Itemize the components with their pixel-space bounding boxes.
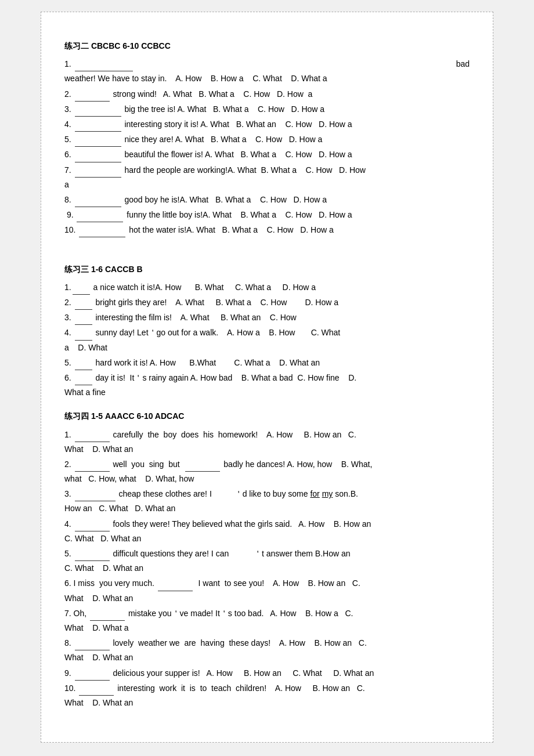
q4-5: 5. difficult questions they are! I can ＇… <box>64 547 470 576</box>
q4-1: 1. carefully the boy does his homework! … <box>64 428 470 457</box>
q4-10: 10. interesting work it is to teach chil… <box>64 681 470 710</box>
q3-5: 5. hard work it is! A. How B.What C. Wha… <box>64 356 470 370</box>
q2-6: 6. beautiful the flower is! A. What B. W… <box>64 147 470 162</box>
q4-7: 7. Oh, mistake you＇ve made! It＇s too bad… <box>64 606 470 635</box>
q2-1: 1. bad weather! We have to stay in. A. H… <box>64 57 470 86</box>
q4-3: 3. cheap these clothes are! I ＇d like to… <box>64 487 470 516</box>
page-container: 练习二 CBCBC 6-10 CCBCC 1. bad weather! We … <box>41 12 493 743</box>
q3-4: 4. sunny day! Let＇go out for a walk. A. … <box>64 325 470 355</box>
q3-3: 3. interesting the film is! A. What B. W… <box>64 310 470 325</box>
q3-2: 2. bright girls they are! A. What B. Wha… <box>64 295 470 310</box>
q2-4: 4. interesting story it is! A. What B. W… <box>64 117 470 132</box>
q4-4: 4. fools they were! They believed what t… <box>64 517 470 546</box>
q2-10: 10. hot the water is!A. What B. What a C… <box>64 223 470 237</box>
section-4: 练习四 1-5 AAACC 6-10 ADCAC 1. carefully th… <box>64 409 470 710</box>
q2-2: 2. strong wind! A. What B. What a C. How… <box>64 87 470 102</box>
q4-8: 8. lovely weather we are having these da… <box>64 636 470 665</box>
q2-5: 5. nice they are! A. What B. What a C. H… <box>64 132 470 147</box>
q2-7: 7. hard the people are working!A. What B… <box>64 163 470 192</box>
section-3: 练习三 1-6 CACCB B 1. a nice watch it is!A.… <box>64 262 470 400</box>
q4-9: 9. delicious your supper is! A. How B. H… <box>64 666 470 681</box>
q3-6: 6. day it is! It＇s rainy again A. How ba… <box>64 371 470 400</box>
q2-8: 8. good boy he is!A. What B. What a C. H… <box>64 193 470 207</box>
q2-9: 9. funny the little boy is!A. What B. Wh… <box>64 208 470 222</box>
section-3-title: 练习三 1-6 CACCB B <box>64 262 470 277</box>
q2-3: 3. big the tree is! A. What B. What a C.… <box>64 102 470 117</box>
section-2: 练习二 CBCBC 6-10 CCBCC 1. bad weather! We … <box>64 39 470 237</box>
q3-1: 1. a nice watch it is!A. How B. What C. … <box>64 280 470 295</box>
q4-6: 6. I miss you very much. I want to see y… <box>64 576 470 605</box>
section-4-title: 练习四 1-5 AAACC 6-10 ADCAC <box>64 409 470 424</box>
section-2-title: 练习二 CBCBC 6-10 CCBCC <box>64 39 470 53</box>
q4-2: 2. well you sing but badly he dances! A.… <box>64 457 470 486</box>
